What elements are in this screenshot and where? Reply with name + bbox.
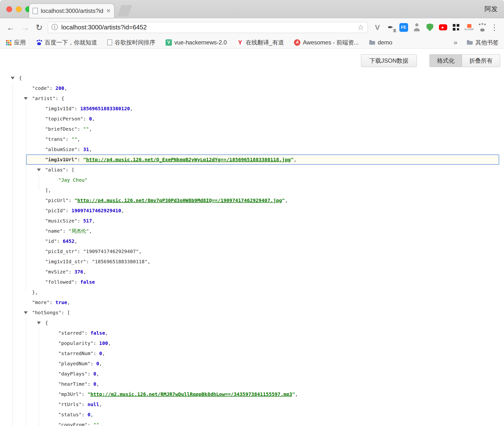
json-key: "code" [32, 85, 50, 91]
youdao-icon: Y [237, 39, 243, 46]
collapse-toggle-icon[interactable] [37, 169, 41, 171]
page-content: 下载JSON数据 格式化 折叠所有 {"code": 200,"artist":… [0, 49, 504, 426]
other-bookmarks-folder[interactable]: 其他书签 [467, 39, 499, 46]
reload-icon[interactable]: ↻ [36, 23, 43, 32]
bookmark-item[interactable]: AAwesomes - 前端资... [294, 39, 359, 46]
bookmarks-right: » 其他书签 [454, 39, 499, 46]
new-tab-button[interactable] [118, 5, 132, 16]
json-colon: : [82, 401, 87, 407]
json-key: "more" [32, 299, 50, 305]
json-line-img1v1Id_str: "img1v1Id_str": "18569651883380118", [0, 256, 504, 267]
json-comma: , [92, 218, 95, 224]
collapse-all-button[interactable]: 折叠所有 [462, 54, 500, 67]
bookmarks-overflow-icon[interactable]: » [454, 39, 457, 46]
folder-icon [369, 39, 375, 46]
collapse-toggle-icon[interactable] [24, 97, 28, 100]
browser-menu-icon[interactable]: ⋮ [491, 24, 498, 31]
json-key: "artist" [32, 95, 55, 101]
json-line-picId: "picId": 19097417462929410, [0, 205, 504, 216]
json-value: "周杰伦" [68, 228, 89, 234]
json-comma: , [92, 116, 95, 122]
json-line: { [0, 73, 504, 83]
json-line: "Jay Chou" [0, 175, 504, 185]
json-line-code: "code": 200, [0, 83, 504, 93]
vue-icon: V [166, 39, 172, 46]
minimize-window-button[interactable] [16, 6, 22, 12]
profile-extension-icon[interactable] [411, 22, 423, 33]
json-colon: : [77, 146, 83, 152]
json-value: 0 [99, 350, 102, 356]
json-line-trans: "trans": "", [0, 134, 504, 144]
json-key: "dayPlays" [58, 371, 87, 377]
json-punct: ], [45, 187, 51, 193]
json-colon: : [68, 197, 74, 203]
json-comma: , [74, 238, 77, 244]
json-value: 0 [93, 381, 96, 387]
browser-tab[interactable]: localhost:3000/artists?id=645 ✕ [29, 4, 114, 18]
v-extension-icon[interactable]: V [372, 22, 383, 33]
json-key: "name" [45, 228, 63, 234]
json-value: false [90, 330, 105, 336]
pen-extension-icon[interactable]: ✒英 [385, 22, 396, 33]
bookmark-item[interactable]: 应用 [5, 39, 26, 46]
json-line-name: "name": "周杰伦", [0, 226, 504, 236]
bookmark-label: demo [378, 39, 392, 46]
json-colon: : [57, 238, 63, 244]
json-value: 100 [99, 340, 108, 346]
json-key: "img1v1Id_str" [45, 259, 86, 264]
json-line-img1v1Url: "img1v1Url": "http://p4.music.126.net/Q_… [26, 154, 499, 165]
json-colon: : [86, 259, 92, 264]
json-line-mvSize: "mvSize": 376, [0, 267, 504, 277]
download-json-button[interactable]: 下载JSON数据 [361, 54, 417, 67]
url-text[interactable]: localhost:3000/artists?id=6452 [61, 24, 358, 31]
json-value: 19097417462929410 [71, 208, 121, 213]
json-line-starredNum: "starredNum": 0, [0, 348, 504, 358]
bookmark-star-icon[interactable]: ☆ [358, 24, 364, 31]
bookmark-item[interactable]: 谷歌按时间排序 [107, 39, 155, 46]
json-url-link[interactable]: http://p4.music.126.net/Q_ExePNkmqB2yWyL… [86, 157, 291, 162]
json-value: 200 [55, 85, 64, 91]
json-quote: " [87, 391, 90, 397]
json-key: "starred" [58, 330, 84, 336]
json-comma: , [89, 126, 92, 132]
collapse-toggle-icon[interactable] [24, 311, 28, 314]
address-bar[interactable]: ⓘ localhost:3000/artists?id=6452 ☆ [48, 22, 368, 33]
json-colon: : [93, 340, 99, 346]
page-icon [107, 39, 112, 45]
json-quote: " [282, 197, 285, 203]
bookmark-item[interactable]: demo [369, 39, 392, 46]
fehelper-extension-icon[interactable]: FE [399, 23, 408, 32]
back-icon[interactable]: ← [7, 23, 15, 32]
shield-extension-icon[interactable] [424, 22, 436, 33]
tab-close-icon[interactable]: ✕ [106, 8, 111, 14]
json-url-link[interactable]: http://m2.music.126.net/RMJR7wDullRqppBk… [90, 391, 292, 397]
json-line-artist: "artist": { [0, 93, 504, 103]
qrcode-extension-icon[interactable] [450, 22, 462, 33]
format-button[interactable]: 格式化 [429, 54, 462, 67]
bookmark-item[interactable]: 百度一下，你就知道 [36, 39, 97, 46]
json-value: 0 [89, 116, 92, 122]
bookmark-item[interactable]: Y在线翻译_有道 [237, 39, 284, 46]
json-key: "mp3Url" [58, 391, 82, 397]
page-info-icon[interactable]: ⓘ [51, 24, 58, 31]
collapse-toggle-icon[interactable] [37, 322, 41, 324]
json-line-more: "more": true, [0, 297, 504, 307]
youtube-extension-icon[interactable]: ▶ [437, 22, 449, 33]
paw-extension-icon[interactable] [477, 22, 488, 33]
collapse-toggle-icon[interactable] [11, 77, 15, 79]
json-colon: : [82, 412, 87, 417]
close-window-button[interactable] [6, 6, 12, 12]
json-url-link[interactable]: http://p4.music.126.net/8mv7qP30Pd3oHW8b… [77, 197, 282, 203]
apps-icon [5, 39, 12, 46]
chrome-profile-name[interactable]: 阿发 [485, 5, 498, 13]
player-extension-icon[interactable]: PLAYER [463, 22, 475, 33]
json-key: "mvSize" [45, 269, 68, 275]
bookmark-item[interactable]: Vvue-hackernews-2.0 [166, 39, 227, 46]
forward-icon[interactable]: → [21, 23, 29, 32]
bookmark-label: 应用 [14, 39, 26, 46]
json-colon: : [66, 208, 71, 213]
json-colon: : [87, 371, 93, 377]
json-comma: , [285, 197, 288, 203]
json-colon: : [66, 167, 71, 173]
baidu-icon [36, 39, 42, 46]
